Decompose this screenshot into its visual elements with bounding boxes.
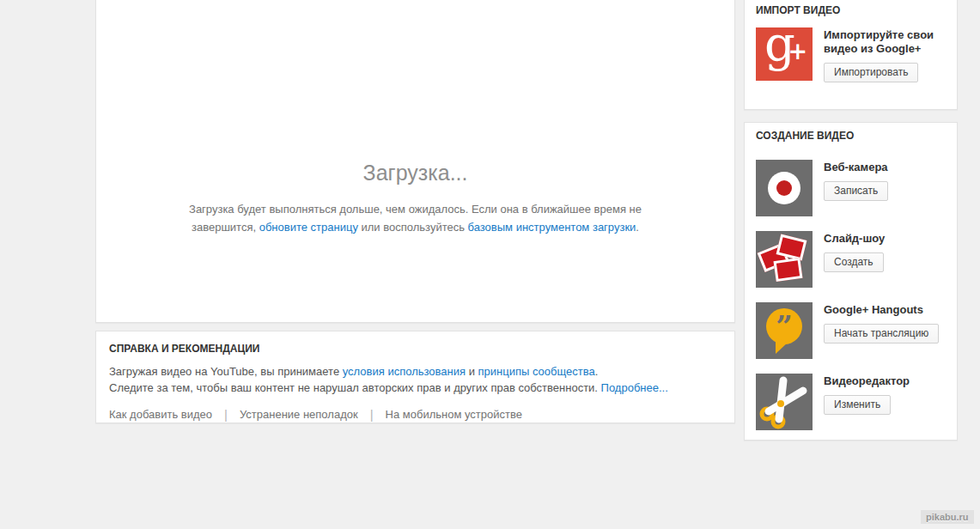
import-video-panel: ИМПОРТ ВИДЕО g + Импортируйте свои видео… [744,0,958,110]
hangouts-icon: ” [756,302,813,359]
create-video-panel: СОЗДАНИЕ ВИДЕО Веб-камера Записать Слайд… [744,122,958,441]
learn-more-link[interactable]: Подробнее... [601,381,668,394]
import-item-title: Импортируйте свои видео из Google+ [824,27,944,56]
video-editor-title: Видеоредактор [824,374,944,388]
community-guidelines-link[interactable]: принципы сообщества [478,365,595,378]
create-video-header: СОЗДАНИЕ ВИДЕО [756,130,946,142]
help-line-text: Загружая видео на YouTube, вы принимаете [109,365,343,378]
troubleshooting-link[interactable]: Устранение неполадок [240,408,358,421]
google-plus-icon: g + [756,27,813,81]
hangouts-title: Google+ Hangouts [824,302,944,317]
webcam-item: Веб-камера Записать [756,160,946,216]
hangouts-bubble-icon: ” [756,302,813,359]
watermark: pikabu.ru [921,510,974,524]
help-text: Загружая видео на YouTube, вы принимаете… [109,363,721,396]
help-line-text: Следите за тем, чтобы ваш контент не нар… [109,381,601,394]
start-broadcast-button[interactable]: Начать трансляцию [824,324,939,344]
slideshow-icon [756,231,813,288]
scissors-icon [756,374,813,430]
hangouts-item: ” Google+ Hangouts Начать трансляцию [756,302,946,359]
video-editor-item: Видеоредактор Изменить [756,374,946,430]
help-line-text: и [466,365,478,378]
help-line-copyright: Следите за тем, чтобы ваш контент не нар… [109,380,721,396]
edit-button[interactable]: Изменить [824,395,891,415]
loading-message: Загрузка будет выполняться дольше, чем о… [176,200,655,236]
slideshow-title: Слайд-шоу [824,231,944,246]
basic-upload-tool-link[interactable]: базовым инструментом загрузки [468,221,636,234]
divider: | [224,407,228,422]
create-slideshow-button[interactable]: Создать [824,252,884,272]
import-video-header: ИМПОРТ ВИДЕО [756,4,946,16]
terms-of-use-link[interactable]: условия использования [343,365,466,378]
loading-title: Загрузка... [96,0,734,185]
quote-glyph: ” [776,309,793,344]
google-plus-import-item: g + Импортируйте свои видео из Google+ И… [756,27,946,82]
video-editor-icon [756,374,813,430]
divider: | [370,407,374,422]
refresh-page-link[interactable]: обновите страницу [259,221,358,234]
photo-icon [773,258,802,282]
webcam-title: Веб-камера [824,160,944,174]
help-line-text: . [595,365,599,378]
help-line-terms: Загружая видео на YouTube, вы принимаете… [109,363,721,380]
loading-message-text: . [636,221,639,234]
loading-message-text: или воспользуйтесь [358,221,468,234]
help-panel: СПРАВКА И РЕКОМЕНДАЦИИ Загружая видео на… [95,331,735,423]
how-to-add-video-link[interactable]: Как добавить видео [109,408,212,421]
webcam-icon [756,160,813,216]
loading-panel: Загрузка... Загрузка будет выполняться д… [95,0,735,323]
slideshow-item: Слайд-шоу Создать [756,231,946,288]
mobile-device-link[interactable]: На мобильном устройстве [386,408,522,421]
help-footer-links: Как добавить видео|Устранение неполадок|… [109,407,721,422]
import-button[interactable]: Импортировать [824,63,918,82]
help-header: СПРАВКА И РЕКОМЕНДАЦИИ [109,343,721,355]
record-dot-icon [776,180,792,196]
google-plus-plus-glyph: + [788,38,807,64]
record-button[interactable]: Записать [824,181,888,201]
